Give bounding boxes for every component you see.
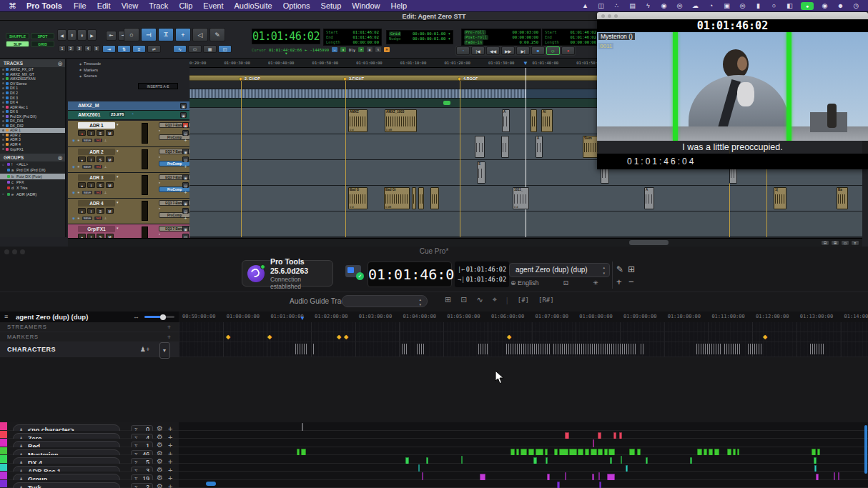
scroll-options-button[interactable]: ≡ [851,240,859,246]
character-lane-adr-rec-1[interactable] [179,464,868,472]
main-counter[interactable]: 01:01:46:02 ▾ [252,29,320,44]
zoom-preset-5-button[interactable]: 5 [93,45,100,52]
solo-button[interactable]: S [97,130,104,136]
spot-cue-icon[interactable]: ⌖ [493,295,497,304]
fit-to-window-button[interactable]: ▭ [841,240,849,246]
group-prd-dx-prd-dx[interactable]: aPrd DX (Prd DX) [0,167,65,173]
character-lane-zero[interactable] [179,431,868,439]
remove-button[interactable]: − [628,277,634,287]
input-monitor-button[interactable]: I [87,156,95,162]
record-safe-button[interactable]: ▣ [182,226,189,231]
cue-count-field[interactable]: Σ2 [131,483,153,488]
character-row-dx-4[interactable]: ♟DX 4Σ5⚙+ [0,455,868,464]
close-icon[interactable] [4,249,9,254]
menu-item-view[interactable]: View [122,1,139,10]
guide-waveform-lane[interactable] [179,342,868,357]
add-insert-button[interactable]: + [182,138,189,144]
zoom-slider[interactable] [144,316,174,318]
menu-item-window[interactable]: Window [352,1,380,10]
online-button[interactable]: ◔ [456,46,470,55]
control-center-icon[interactable]: ◧ [785,2,794,9]
elastic-icon[interactable]: ✳ [77,191,80,194]
gear-icon[interactable]: ⚙ [157,482,163,488]
record-enable-button[interactable]: ● [78,156,86,162]
group-all[interactable]: ○!<ALL> [0,161,65,167]
automation-icon[interactable]: ◉ [72,139,75,142]
add-insert-button[interactable]: + [182,216,189,221]
clip-1011[interactable]: 1011_0 d [513,187,529,209]
mouse-focus-button[interactable]: ▭ [188,45,202,53]
tab-to-transient-button[interactable]: ⇥ [102,45,116,53]
character-row-turk[interactable]: ♟TurkΣ2⚙+ [0,480,868,488]
mute-indicator[interactable]: M [384,47,390,52]
disc-icon[interactable]: ◎ [738,2,747,9]
app-menu[interactable]: Pro Tools [26,1,62,10]
duplicate-cue-icon[interactable]: ⊡ [460,295,467,304]
sidebar-track-grp-fx1[interactable]: Grp/FX1 [0,146,65,151]
link-track-edit-button[interactable]: ≡ [132,45,146,53]
track-header-adr-1[interactable]: ADR 1▾●ISM◉✳wavered⊥EQ3 7-BandProComp*▣▤… [68,121,189,147]
track-view-button[interactable]: ▣ [180,103,187,109]
elastic-icon[interactable]: ✳ [77,165,80,169]
clip-a[interactable]: A [536,136,543,158]
zoom-preset-b-button[interactable]: ⊞ [831,240,839,246]
menu-item-file[interactable]: File [74,1,87,10]
cue-playhead-icon[interactable]: ▼ [300,315,305,322]
zoom-toggle-button[interactable]: ▦ [203,45,217,53]
audio-zoom-icon[interactable]: ⇞ [67,29,77,41]
zoom-out-icon[interactable]: ◀ [57,29,66,41]
menu-item-help[interactable]: Help [390,1,407,10]
character-lane-dx-4[interactable] [179,455,868,463]
cue-clip[interactable] [557,482,560,488]
maximize-icon[interactable] [20,249,25,254]
edit-playhead-flag[interactable]: ▼ [523,60,528,66]
video-sync-icon[interactable]: ✓ [345,265,361,277]
elastic-icon[interactable]: ✳ [77,139,80,142]
record-enable-button[interactable]: ● [78,208,86,214]
character-name-pill[interactable]: ♟Turk [13,482,120,488]
cue-marker-diamond-icon[interactable]: ◆ [763,334,767,340]
h-scroll-thumb[interactable] [629,240,669,245]
clip-al[interactable]: Al [541,109,553,132]
spot-mode-button[interactable]: SPOT [31,33,54,39]
return-to-zero-button[interactable]: |◀ [471,46,485,55]
character-lane-group[interactable] [179,472,868,479]
cue-ruler[interactable]: 00:59:00:0001:00:00:0001:01:00:0001:02:0… [179,312,868,322]
menu-item-event[interactable]: Event [203,1,223,10]
solo-indicator[interactable]: S [375,47,381,52]
battery-icon[interactable]: ▮ [754,2,763,9]
cloud-icon[interactable]: ☁ [691,2,700,9]
solo-button[interactable]: S [97,208,104,214]
streamers-header[interactable]: STREAMERS+ [0,322,179,332]
clip[interactable] [531,109,537,132]
clip[interactable] [430,187,439,209]
go-to-end-button[interactable]: ▶| [516,46,530,55]
clip[interactable] [475,136,485,158]
group-futz-dx-futz[interactable]: bFutz DX (Futz) [0,174,65,179]
groups-menu-icon[interactable]: ◎ [58,154,62,161]
track-view-button[interactable]: ▣ [180,112,187,118]
track-header-adr-2[interactable]: ADR 2▾●ISM◉✳wavered⊥EQ3 7-BandProComp*▣▤… [68,147,189,173]
document-icon[interactable]: ⊡ [563,279,569,287]
clip-ba[interactable]: Ba [837,187,848,209]
apple-menu-icon[interactable]: ⌘ [9,1,16,11]
level-icon[interactable]: ⊥ [104,165,107,169]
add-character-icon[interactable]: ♟+ [140,342,150,357]
input-monitor-button[interactable]: I [87,130,95,136]
add-button[interactable]: + [616,277,622,287]
track-name[interactable]: ADR 3 [78,174,115,181]
fade-in-toggle[interactable]: Fade-in [464,40,483,45]
peak-icon[interactable]: ▲ [581,2,590,9]
menu-item-edit[interactable]: Edit [97,1,111,10]
clip[interactable] [501,136,509,158]
pencil-tool-button[interactable]: ✎ [209,28,225,41]
solo-button[interactable]: S [97,156,104,162]
track-name[interactable]: ADR 1 [78,122,115,129]
zoom-preset-1-button[interactable]: 1 [59,45,66,52]
edit-horizontal-scrollbar[interactable]: ⊟ ⊞ ▭ ≡ [68,238,862,247]
view-wave-selector[interactable]: wave [82,165,93,169]
record-enable-button[interactable]: ● [78,182,86,188]
track-header-amxz-m[interactable]: AMXZ_M●ISM▣ [68,101,189,111]
character-row-mysterion[interactable]: ♟MysterionΣ46⚙+ [0,447,868,456]
facetime-camera-icon[interactable]: ● [801,2,814,10]
